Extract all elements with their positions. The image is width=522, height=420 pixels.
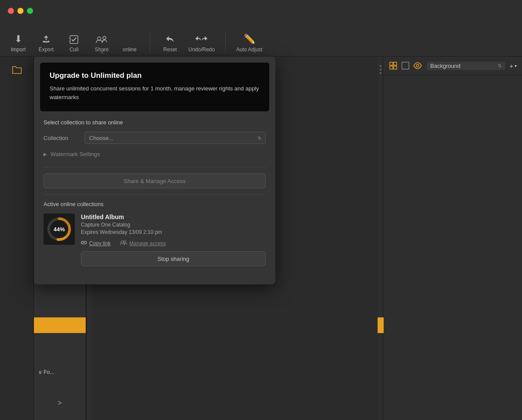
svg-rect-9 xyxy=(402,62,409,69)
toolbar-cull[interactable]: Cull xyxy=(64,34,84,53)
album-name: Untitled Album xyxy=(81,213,266,220)
add-chevron-icon: ▾ xyxy=(515,63,517,68)
toolbar-reset[interactable]: Reset xyxy=(161,34,180,53)
popup-content: Select collection to share online Collec… xyxy=(34,111,275,266)
manage-access-icon xyxy=(120,240,127,247)
toolbar-export-label: Export xyxy=(39,47,54,53)
rdot-3 xyxy=(380,72,381,74)
upgrade-title: Upgrade to Unlimited plan xyxy=(50,71,260,80)
toolbar-online-label: online xyxy=(123,47,137,53)
plus-icon: + xyxy=(509,62,513,70)
share-manage-access-button[interactable]: Share & Manage Access xyxy=(44,173,266,188)
left-sidebar xyxy=(0,57,34,420)
grid-view-icon[interactable] xyxy=(388,61,398,70)
traffic-lights xyxy=(8,8,33,14)
cull-icon xyxy=(69,34,79,45)
collection-row: Collection Choose... ⇅ xyxy=(44,132,266,144)
rdot-1 xyxy=(380,65,381,67)
minimize-button[interactable] xyxy=(17,8,23,14)
reset-icon xyxy=(165,34,175,45)
single-view-icon[interactable] xyxy=(401,61,410,70)
upgrade-banner: Upgrade to Unlimited plan Share unlimite… xyxy=(40,63,269,111)
svg-point-14 xyxy=(124,240,126,243)
right-panel: Background ⇅ + ▾ xyxy=(383,57,522,420)
export-icon xyxy=(41,34,51,45)
background-label: Background xyxy=(430,63,496,69)
album-source: Capture One Catalog xyxy=(81,222,266,228)
close-button[interactable] xyxy=(8,8,14,14)
toolbar-import[interactable]: ⬇ Import xyxy=(9,33,28,53)
toolbar-cull-label: Cull xyxy=(70,47,79,53)
right-panel-header: Background ⇅ + ▾ xyxy=(383,57,522,75)
share-icon xyxy=(96,34,108,45)
background-selector[interactable]: Background ⇅ xyxy=(427,62,505,70)
toolbar-share[interactable]: Share xyxy=(92,34,111,53)
eye-view-icon[interactable] xyxy=(413,61,422,70)
link-icon xyxy=(81,240,87,247)
svg-rect-8 xyxy=(394,66,397,69)
toolbar-auto-adjust[interactable]: ✏️ Auto Adjust xyxy=(236,33,263,53)
toolbar-undo-redo-label: Undo/Redo xyxy=(188,47,215,53)
orange-bar xyxy=(34,317,86,333)
toolbar-online[interactable]: online xyxy=(120,47,139,53)
album-actions: Copy link Manage access xyxy=(81,240,266,247)
progress-percentage: 44% xyxy=(54,226,65,233)
chevron-up-down-icon: ⇅ xyxy=(498,63,502,69)
divider-2 xyxy=(44,194,266,195)
manage-access-label: Manage access xyxy=(129,240,166,247)
svg-rect-7 xyxy=(390,66,393,69)
share-manage-access-label: Share & Manage Access xyxy=(124,178,185,184)
copy-link-label: Copy link xyxy=(89,240,110,247)
manage-access-action[interactable]: Manage access xyxy=(120,240,166,247)
sidebar-item-folder[interactable] xyxy=(0,61,34,80)
toolbar-divider-1 xyxy=(150,31,150,53)
active-collections-label: Active online collections xyxy=(44,201,266,207)
select-collection-label: Select collection to share online xyxy=(44,119,266,126)
panel-item-fo[interactable]: ∨ Fo... xyxy=(34,368,86,377)
svg-rect-5 xyxy=(390,62,393,65)
watermark-chevron-icon: ▶ xyxy=(44,152,47,157)
stop-sharing-button[interactable]: Stop sharing xyxy=(81,251,266,266)
toolbar: ⬇ Import Export Cull xyxy=(0,0,522,57)
watermark-settings-row[interactable]: ▶ Watermark Settings xyxy=(44,147,266,161)
upgrade-description: Share unlimited concurrent sessions for … xyxy=(50,84,260,102)
album-thumbnail: 44% xyxy=(44,213,75,245)
toolbar-import-label: Import xyxy=(11,47,26,53)
svg-point-10 xyxy=(416,64,419,67)
toolbar-reset-label: Reset xyxy=(163,47,177,53)
undo-redo-icon xyxy=(194,34,209,45)
right-orange-bar xyxy=(378,317,384,333)
toolbar-export[interactable]: Export xyxy=(37,34,56,53)
album-item: 44% Untitled Album Capture One Catalog E… xyxy=(44,213,266,266)
panel-expand-button[interactable]: > xyxy=(58,399,62,407)
toolbar-undo-redo[interactable]: Undo/Redo xyxy=(188,34,215,53)
toolbar-divider-2 xyxy=(225,31,226,53)
divider-1 xyxy=(44,167,266,167)
watermark-settings-label: Watermark Settings xyxy=(50,151,100,157)
album-info: Untitled Album Capture One Catalog Expir… xyxy=(81,213,266,266)
svg-rect-6 xyxy=(394,62,397,65)
import-icon: ⬇ xyxy=(14,33,22,45)
copy-link-action[interactable]: Copy link xyxy=(81,240,110,247)
collection-field-label: Collection xyxy=(44,135,78,141)
rdot-2 xyxy=(380,69,381,70)
view-icons xyxy=(388,61,422,70)
stop-sharing-label: Stop sharing xyxy=(157,256,189,262)
dropdown-arrow-icon: ⇅ xyxy=(258,136,261,140)
add-button[interactable]: + ▾ xyxy=(509,62,517,70)
share-popup: Upgrade to Unlimited plan Share unlimite… xyxy=(34,57,275,284)
collection-dropdown[interactable]: Choose... ⇅ xyxy=(84,132,266,144)
auto-adjust-icon: ✏️ xyxy=(244,33,255,45)
maximize-button[interactable] xyxy=(27,8,33,14)
collection-dropdown-value: Choose... xyxy=(89,135,114,141)
album-expires: Expires Wednesday 13/09 2:10 pm xyxy=(81,229,266,235)
toolbar-auto-adjust-label: Auto Adjust xyxy=(236,47,263,53)
svg-point-3 xyxy=(103,37,106,40)
